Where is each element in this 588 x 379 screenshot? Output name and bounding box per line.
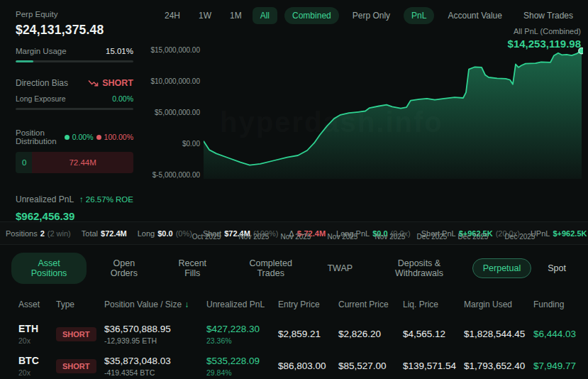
position-size: -419.4354 BTC xyxy=(104,368,206,377)
col-type[interactable]: Type xyxy=(56,300,104,309)
margin-used: $1,828,544.45 xyxy=(464,329,533,339)
show-trades-toggle[interactable]: Show Trades xyxy=(516,7,581,24)
section-tabs: Asset Positions Open Orders Recent Fills… xyxy=(11,253,472,284)
tab-recent-fills[interactable]: Recent Fills xyxy=(162,253,223,284)
mode-pnl-button[interactable]: PnL xyxy=(404,7,434,24)
tabs-row: Asset Positions Open Orders Recent Fills… xyxy=(0,245,588,291)
spot-toggle[interactable]: Spot xyxy=(537,258,577,278)
col-asset[interactable]: Asset xyxy=(18,300,56,309)
y-axis-tick: $15,000,000.00 xyxy=(143,46,200,54)
all-pnl-label: All PnL (Combined) xyxy=(508,27,581,35)
asset-symbol: ETH xyxy=(18,323,56,334)
entry-price: $86,803.00 xyxy=(278,361,338,371)
col-margin-used[interactable]: Margin Used xyxy=(464,300,533,309)
dist-long-segment: 0 xyxy=(16,152,32,173)
tab-deposits-withdrawals[interactable]: Deposits & Withdrawals xyxy=(366,253,472,284)
tab-twap[interactable]: TWAP xyxy=(318,258,362,279)
liq-price: $139,571.54 xyxy=(403,361,464,371)
perpetual-toggle[interactable]: Perpetual xyxy=(472,258,532,278)
table-row[interactable]: ETH 20x SHORT $36,570,888.95 -12,939.95 … xyxy=(18,318,588,350)
unrealized-pnl: $535,228.09 xyxy=(206,356,278,366)
x-axis-tick: Dec 2025 xyxy=(505,233,536,241)
positions-table: Asset Type Position Value / Size↓ Unreal… xyxy=(0,291,588,379)
margin-usage-value: 15.01% xyxy=(106,47,133,55)
entry-price: $2,859.21 xyxy=(278,329,338,339)
y-axis-tick: $0.00 xyxy=(143,140,200,148)
x-axis-tick: Dec 2025 xyxy=(458,233,489,241)
asset-symbol: BTC xyxy=(18,355,56,366)
perp-equity-label: Perp Equity xyxy=(16,10,133,18)
chart-end-dot xyxy=(579,48,583,53)
chart-panel: 24H 1W 1M All Combined Perp Only PnL Acc… xyxy=(152,0,588,221)
mode-perp-only-button[interactable]: Perp Only xyxy=(345,7,398,24)
col-position-value[interactable]: Position Value / Size↓ xyxy=(104,300,206,309)
col-entry-price[interactable]: Entry Price xyxy=(278,300,338,309)
liq-price: $4,565.12 xyxy=(403,329,464,339)
unrealized-pnl-roe: ↑ 26.57% ROE xyxy=(79,195,133,204)
unrealized-pnl: $427,228.30 xyxy=(206,324,278,334)
range-1m-button[interactable]: 1M xyxy=(222,7,250,24)
asset-leverage: 20x xyxy=(18,336,56,345)
position-distribution-bar: 0 72.44M xyxy=(16,152,133,173)
col-liq-price[interactable]: Liq. Price xyxy=(403,300,464,309)
unrealized-pnl-pct: 23.36% xyxy=(206,336,278,345)
position-value: $35,873,048.03 xyxy=(104,356,206,366)
x-axis-tick: Nov 2025 xyxy=(281,233,311,241)
col-unrealized-pnl[interactable]: Unrealized PnL xyxy=(206,300,278,309)
y-axis-tick: $-5,000,000.00 xyxy=(143,171,200,179)
chart-mode-group: Combined Perp Only PnL Account Value Sho… xyxy=(284,7,581,24)
unrealized-pnl-label: Unrealized PnL xyxy=(16,194,74,204)
mode-combined-button[interactable]: Combined xyxy=(284,7,339,24)
x-axis-tick: Dec 2025 xyxy=(417,233,448,241)
market-toggle: Perpetual Spot xyxy=(472,258,577,278)
stats-panel: Perp Equity $24,131,375.48 Margin Usage … xyxy=(0,0,152,221)
long-exposure-label: Long Exposure xyxy=(16,94,66,103)
pnl-chart-area: $15,000,000.00 $10,000,000.00 $5,000,000… xyxy=(152,44,588,193)
dist-short-segment: 72.44M xyxy=(32,152,133,173)
summary-positions: Positions2(2 win) xyxy=(6,229,71,238)
position-size: -12,939.95 ETH xyxy=(104,336,206,345)
range-24h-button[interactable]: 24H xyxy=(157,7,188,24)
x-axis-tick: Nov 2025 xyxy=(375,233,406,241)
funding: $7,949.77 xyxy=(533,361,588,371)
dist-short-pct: 100.00% xyxy=(104,133,133,141)
table-row[interactable]: BTC 20x SHORT $35,873,048.03 -419.4354 B… xyxy=(18,350,588,379)
mode-account-value-button[interactable]: Account Value xyxy=(440,7,510,24)
margin-used: $1,793,652.40 xyxy=(464,361,533,371)
summary-total: Total$72.4M xyxy=(82,229,127,238)
top-section: Perp Equity $24,131,375.48 Margin Usage … xyxy=(0,0,588,221)
direction-bias-value: SHORT xyxy=(102,78,133,88)
margin-usage-label: Margin Usage xyxy=(16,47,67,55)
time-range-group: 24H 1W 1M All xyxy=(157,7,277,24)
perp-equity-value: $24,131,375.48 xyxy=(16,23,133,38)
current-price: $85,527.00 xyxy=(338,361,403,371)
col-funding[interactable]: Funding xyxy=(533,300,588,309)
margin-usage-bar xyxy=(16,60,133,62)
unrealized-pnl-value: $962,456.39 xyxy=(16,210,133,222)
x-axis-tick: Nov 2025 xyxy=(328,233,358,241)
tab-completed-trades[interactable]: Completed Trades xyxy=(228,253,314,284)
dist-long-pct: 0.00% xyxy=(72,133,94,141)
short-badge: SHORT xyxy=(56,327,96,341)
pnl-line-chart[interactable] xyxy=(204,44,583,179)
tab-open-orders[interactable]: Open Orders xyxy=(91,253,157,284)
range-all-button[interactable]: All xyxy=(253,7,277,24)
asset-leverage: 20x xyxy=(18,368,56,377)
current-price: $2,826.20 xyxy=(338,329,403,339)
x-axis: Oct 2025 Nov 2025 Nov 2025 Nov 2025 Nov … xyxy=(152,233,588,243)
range-1w-button[interactable]: 1W xyxy=(191,7,219,24)
short-dot-icon xyxy=(96,135,101,140)
margin-usage-bar-fill xyxy=(16,60,33,62)
position-distribution-label: Position Distribution xyxy=(16,128,65,145)
chart-area-fill xyxy=(204,51,582,179)
direction-bias-label: Direction Bias xyxy=(16,78,68,88)
y-axis-tick: $5,000,000.00 xyxy=(143,109,200,116)
y-axis-tick: $10,000,000.00 xyxy=(143,77,200,85)
x-axis-tick: Oct 2025 xyxy=(192,233,221,241)
short-badge: SHORT xyxy=(56,359,96,373)
sort-desc-icon: ↓ xyxy=(184,300,189,309)
tab-asset-positions[interactable]: Asset Positions xyxy=(11,253,87,284)
col-current-price[interactable]: Current Price xyxy=(338,300,403,309)
x-axis-tick: Nov 2025 xyxy=(239,233,270,241)
long-exposure-bar xyxy=(16,108,133,110)
